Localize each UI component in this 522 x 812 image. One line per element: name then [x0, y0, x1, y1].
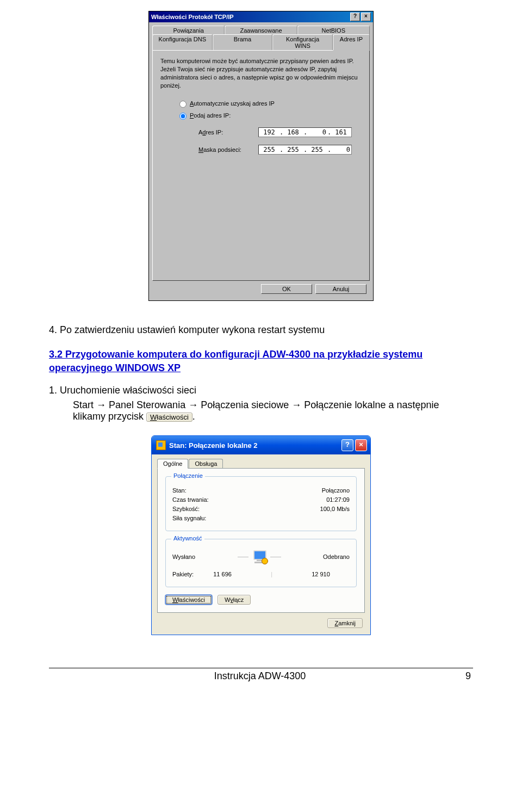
radio-manual-row[interactable]: Podaj adres IP:: [177, 111, 362, 120]
titlebar-close-button[interactable]: ×: [361, 13, 371, 21]
radio-auto-label: Automatycznie uzyskaj adres IP: [190, 100, 275, 107]
radio-auto-row[interactable]: Automatycznie uzyskaj adres IP: [177, 99, 362, 108]
subnet-mask-label: Maska podsieci:: [198, 146, 258, 153]
cancel-button[interactable]: Anuluj: [315, 284, 366, 294]
step-4-text: 4. Po zatwierdzeniu ustawień komputer wy…: [49, 323, 473, 337]
group-aktywnosc: Aktywność Wysłano Odebrano P: [165, 539, 357, 587]
radio-auto-ip[interactable]: [179, 101, 187, 108]
tab-ogolne[interactable]: Ogólne: [157, 459, 188, 469]
tab-powiazania[interactable]: Powiązania: [152, 26, 225, 35]
szybkosc-label: Szybkość:: [172, 506, 200, 512]
win98-tcpip-dialog: Właściwości Protokół TCP/IP ? × Powiązan…: [148, 11, 374, 301]
titlebar-help-button[interactable]: ?: [350, 13, 360, 21]
odebrano-label: Odebrano: [323, 553, 350, 560]
tab-brama[interactable]: Brama: [213, 34, 273, 50]
win98-titlebar[interactable]: Właściwości Protokół TCP/IP ? ×: [149, 11, 373, 22]
page-number: 9: [449, 670, 471, 682]
properties-button-inline[interactable]: Właściwości: [146, 413, 192, 422]
xp-connection-status-dialog: Stan: Połączenie lokalne 2 ? × Ogólne Ob…: [151, 435, 371, 635]
arrow-icon: →: [291, 399, 304, 410]
step-1-path: Start → Panel Sterowania → Połączenia si…: [73, 399, 473, 422]
pakiety-odebrano-value: 12 910: [312, 571, 330, 577]
pakiety-wyslano-value: 11 696: [213, 571, 232, 577]
tab-konfiguracja-dns[interactable]: Konfiguracja DNS: [152, 34, 213, 50]
tab-konfiguracja-wins[interactable]: Konfiguracja WINS: [272, 34, 333, 50]
stan-value: Połączono: [322, 487, 350, 494]
ip-address-input[interactable]: 192. 168. 0. 161: [258, 127, 352, 137]
czas-value: 01:27:09: [326, 496, 350, 503]
footer-text: Instrukcja ADW-4300: [71, 670, 449, 682]
subnet-mask-input[interactable]: 255. 255. 255. 0: [258, 145, 352, 155]
tab-obsluga[interactable]: Obsługa: [189, 459, 223, 468]
ip-address-label: Adres IP:: [198, 129, 258, 136]
arrow-icon: →: [188, 399, 201, 410]
properties-button[interactable]: Właściwości: [165, 595, 212, 605]
ip-description: Temu komputerowi może być automatycznie …: [160, 57, 362, 89]
disable-button[interactable]: Wyłącz: [217, 595, 251, 605]
wyslano-label: Wysłano: [172, 553, 195, 560]
xp-panel-ogolne: Połączenie Stan:Połączono Czas trwania:0…: [157, 468, 365, 613]
tab-adres-ip[interactable]: Adres IP: [333, 34, 370, 51]
group-polaczenie: Połączenie Stan:Połączono Czas trwania:0…: [165, 476, 357, 531]
close-button[interactable]: Zamknij: [327, 618, 363, 628]
sila-label: Siła sygnału:: [172, 515, 206, 521]
xp-titlebar[interactable]: Stan: Połączenie lokalne 2 ? ×: [152, 436, 370, 454]
footer-divider: [49, 668, 473, 668]
dash-icon: [238, 557, 248, 557]
dash-icon: [270, 557, 281, 557]
szybkosc-value: 100,0 Mb/s: [320, 506, 350, 512]
monitor-icon: [252, 550, 267, 563]
tab-netbios[interactable]: NetBIOS: [297, 26, 370, 35]
ok-button[interactable]: OK: [261, 284, 312, 294]
tab-zaawansowane[interactable]: Zaawansowane: [225, 26, 297, 35]
xp-title: Stan: Połączenie lokalne 2: [169, 441, 258, 450]
radio-manual-label: Podaj adres IP:: [190, 112, 231, 119]
stan-label: Stan:: [172, 487, 187, 494]
titlebar-close-button[interactable]: ×: [355, 439, 367, 451]
radio-manual-ip[interactable]: [179, 113, 187, 120]
tab-panel-adres-ip: Temu komputerowi może być automatycznie …: [152, 50, 370, 281]
win98-title: Właściwości Protokół TCP/IP: [151, 14, 234, 20]
arrow-icon: →: [96, 399, 109, 410]
titlebar-help-button[interactable]: ?: [341, 439, 353, 451]
step-1-title: 1. Uruchomienie właściwości sieci: [49, 385, 473, 396]
legend-aktywnosc: Aktywność: [171, 535, 204, 542]
section-heading-link[interactable]: 3.2 Przygotowanie komputera do konfigura…: [49, 348, 473, 375]
legend-polaczenie: Połączenie: [171, 472, 205, 479]
pakiety-label: Pakiety:: [172, 571, 194, 577]
czas-label: Czas trwania:: [172, 496, 209, 503]
network-status-icon: [156, 440, 166, 450]
